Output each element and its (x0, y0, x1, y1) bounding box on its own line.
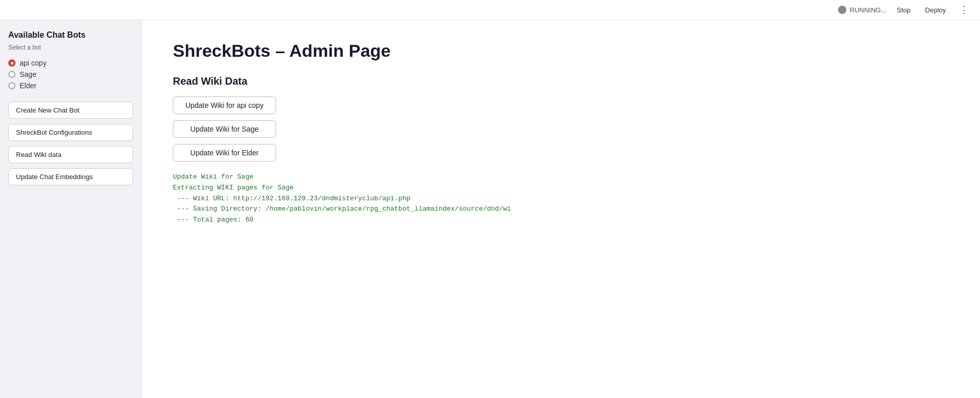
log-output: Update Wiki for SageExtracting WIKI page… (173, 172, 949, 226)
bot-name-label: api copy (20, 59, 46, 67)
bot-name-label: Sage (20, 70, 37, 78)
sidebar-title: Available Chat Bots (8, 30, 133, 40)
wiki-update-button[interactable]: Update Wiki for api copy (173, 97, 276, 114)
radio-icon (8, 82, 15, 89)
sidebar-nav-config-button[interactable]: ShreckBot Configurations (8, 124, 133, 141)
log-line: --- Wiki URL: http://192.168.129.23/dndm… (173, 194, 949, 204)
radio-icon (8, 71, 15, 78)
more-options-icon[interactable]: ⋮ (956, 3, 972, 17)
sidebar-nav-create-button[interactable]: Create New Chat Bot (8, 102, 133, 119)
log-header-line: Update Wiki for Sage (173, 172, 949, 183)
wiki-update-button[interactable]: Update Wiki for Elder (173, 144, 276, 162)
sidebar: Available Chat Bots Select a bot api cop… (0, 20, 142, 398)
sidebar-nav-embeddings-button[interactable]: Update Chat Embeddings (8, 168, 133, 185)
radio-icon (8, 59, 15, 67)
bot-list-item[interactable]: Sage (8, 69, 133, 80)
log-line: --- Saving Directory: /home/pablovin/wor… (173, 204, 949, 215)
main-layout: Available Chat Bots Select a bot api cop… (0, 20, 980, 398)
wiki-update-button[interactable]: Update Wiki for Sage (173, 120, 276, 138)
bot-list-item[interactable]: Elder (8, 80, 133, 91)
running-dot-icon (838, 6, 846, 14)
wiki-buttons-container: Update Wiki for api copyUpdate Wiki for … (173, 97, 949, 162)
content-area: ShreckBots – Admin Page Read Wiki Data U… (142, 20, 980, 398)
sidebar-nav-wiki-button[interactable]: Read Wiki data (8, 146, 133, 163)
log-line: Extracting WIKI pages for Sage (173, 183, 949, 194)
bot-name-label: Elder (20, 82, 37, 90)
top-bar: RUNNING... Stop Deploy ⋮ (0, 0, 980, 20)
section-title: Read Wiki Data (173, 75, 949, 87)
sidebar-subtitle: Select a bot (8, 44, 133, 51)
bot-list-item[interactable]: api copy (8, 57, 133, 69)
sidebar-buttons: Create New Chat BotShreckBot Configurati… (8, 102, 133, 190)
stop-button[interactable]: Stop (893, 4, 915, 16)
deploy-button[interactable]: Deploy (921, 4, 950, 16)
running-status: RUNNING... (838, 6, 887, 14)
log-line: --- Total pages: 60 (173, 215, 949, 226)
bot-list: api copySageElder (8, 57, 133, 91)
running-label: RUNNING... (849, 6, 887, 14)
page-title: ShreckBots – Admin Page (173, 41, 949, 61)
